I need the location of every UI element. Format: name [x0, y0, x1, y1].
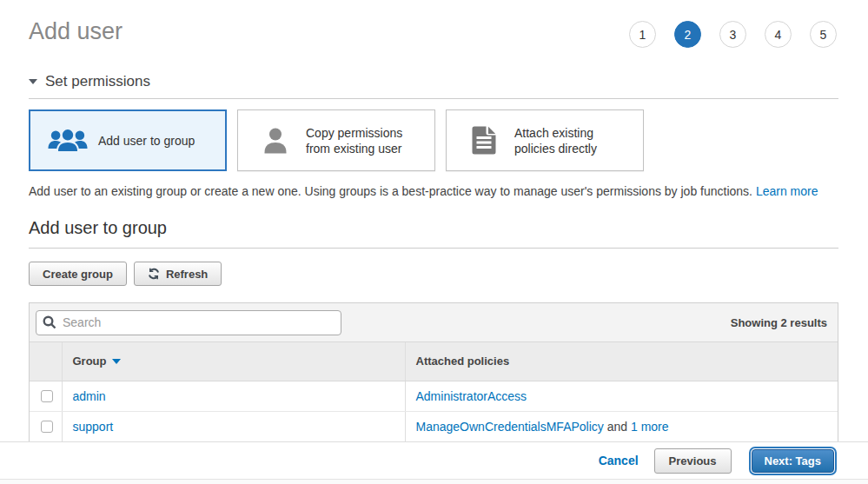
- groups-table: Group Attached policies admin Administra…: [30, 342, 838, 441]
- policy-link[interactable]: ManageOwnCredentialsMFAPolicy: [416, 420, 604, 434]
- option-label: Copy permissions from existing user: [306, 125, 426, 156]
- search-icon: [43, 315, 56, 333]
- policy-link[interactable]: AdministratorAccess: [416, 389, 527, 403]
- next-button-focus-ring: Next: Tags: [749, 447, 838, 475]
- groups-table-container: Showing 2 results Group Attached policie…: [29, 302, 838, 442]
- option-add-user-to-group[interactable]: Add user to group: [29, 109, 227, 171]
- group-column-label: Group: [73, 355, 107, 368]
- step-4: 4: [765, 21, 792, 48]
- section-title: Set permissions: [45, 73, 150, 90]
- wizard-header: Add user 1 2 3 4 5: [29, 0, 838, 48]
- policies-column-header: Attached policies: [405, 342, 838, 381]
- step-1: 1: [629, 21, 656, 48]
- step-5: 5: [810, 21, 837, 48]
- group-name-link[interactable]: admin: [73, 389, 106, 403]
- search-input[interactable]: [36, 310, 341, 335]
- group-name-link[interactable]: support: [73, 420, 114, 434]
- step-2-active: 2: [674, 21, 701, 48]
- learn-more-link[interactable]: Learn more: [756, 184, 818, 198]
- row-checkbox[interactable]: [41, 390, 53, 402]
- step-3: 3: [719, 21, 746, 48]
- user-group-icon: [48, 127, 88, 155]
- description-text: Add user to an existing group or create …: [29, 184, 756, 198]
- previous-button[interactable]: Previous: [654, 448, 732, 474]
- select-all-header-cell: [30, 342, 62, 381]
- permission-option-cards: Add user to group Copy permissions from …: [29, 109, 838, 171]
- refresh-icon: [148, 268, 160, 280]
- cancel-link[interactable]: Cancel: [599, 454, 639, 467]
- table-toolbar: Showing 2 results: [30, 303, 838, 342]
- next-tags-button[interactable]: Next: Tags: [752, 449, 835, 473]
- option-label: Add user to group: [98, 133, 195, 149]
- set-permissions-section-header[interactable]: Set permissions: [29, 73, 838, 99]
- create-group-button[interactable]: Create group: [29, 262, 127, 286]
- row-checkbox[interactable]: [41, 421, 53, 433]
- group-actions: Create group Refresh: [29, 262, 838, 286]
- option-attach-policies[interactable]: Attach existing policies directly: [446, 109, 644, 171]
- table-row-admin: admin AdministratorAccess: [30, 381, 838, 411]
- refresh-button-label: Refresh: [166, 268, 208, 281]
- more-policies-link[interactable]: 1 more: [631, 420, 669, 434]
- wizard-footer: Cancel Previous Next: Tags: [0, 441, 868, 479]
- bottom-divider: [0, 479, 868, 484]
- collapse-caret-icon: [29, 79, 37, 84]
- refresh-button[interactable]: Refresh: [134, 262, 222, 286]
- copy-user-icon: [255, 127, 295, 155]
- add-user-to-group-heading: Add user to group: [29, 218, 838, 249]
- policies-column-label: Attached policies: [416, 355, 510, 368]
- sort-desc-icon: [112, 359, 121, 364]
- page-title: Add user: [29, 17, 123, 45]
- policy-joiner-text: and: [604, 420, 631, 434]
- search-box: [36, 310, 341, 335]
- results-count: Showing 2 results: [731, 316, 827, 329]
- table-row-support: support ManageOwnCredentialsMFAPolicy an…: [30, 411, 838, 441]
- option-copy-permissions[interactable]: Copy permissions from existing user: [237, 109, 435, 171]
- section-description: Add user to an existing group or create …: [29, 184, 838, 198]
- option-label: Attach existing policies directly: [514, 125, 634, 156]
- table-header-row: Group Attached policies: [30, 342, 838, 381]
- group-column-header[interactable]: Group: [62, 342, 405, 381]
- policy-document-icon: [464, 126, 504, 155]
- step-indicator: 1 2 3 4 5: [629, 21, 837, 48]
